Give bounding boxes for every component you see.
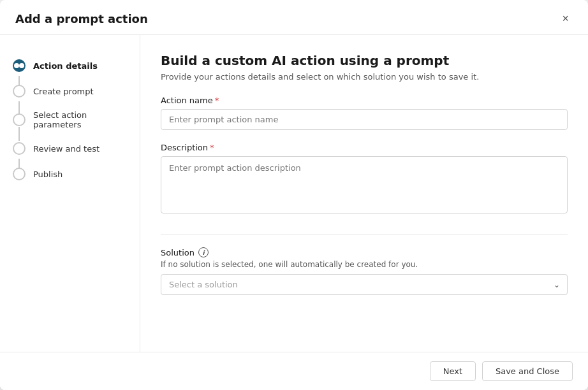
solution-select[interactable]: Select a solution [161,274,568,295]
dialog-footer: Next Save and Close [0,352,588,390]
steps-sidebar: Action details Create prompt Select acti… [0,35,140,352]
step-label-create-prompt: Create prompt [33,87,94,96]
next-button[interactable]: Next [430,361,476,381]
step-circle-5 [13,168,26,180]
solution-select-wrapper: Select a solution ⌄ [161,274,568,295]
step-circle-3 [13,113,26,126]
step-label-review-and-test: Review and test [33,144,99,154]
sidebar-item-review-and-test[interactable]: Review and test [0,136,140,161]
sidebar-item-create-prompt[interactable]: Create prompt [0,78,140,104]
step-label-publish: Publish [33,170,62,179]
step-label-action-details: Action details [33,61,98,71]
action-name-label: Action name * [161,96,568,105]
add-prompt-action-dialog: Add a prompt action × Action details Cre… [0,0,588,390]
step-circle-4 [13,142,26,155]
solution-field-group: Solution i If no solution is selected, o… [161,247,568,295]
description-field-group: Description * [161,143,568,216]
content-title: Build a custom AI action using a prompt [161,53,568,68]
step-circle-2 [13,85,26,98]
action-name-required-star: * [215,96,219,105]
main-content: Build a custom AI action using a prompt … [140,35,588,352]
step-circle-1 [13,59,26,72]
step-label-select-action-parameters: Select action parameters [33,110,127,129]
dialog-header: Add a prompt action × [0,0,588,35]
content-subtitle: Provide your actions details and select … [161,72,568,82]
sidebar-item-select-action-parameters[interactable]: Select action parameters [0,104,140,136]
action-name-input[interactable] [161,109,568,130]
solution-label-row: Solution i [161,247,568,257]
sidebar-item-publish[interactable]: Publish [0,161,140,187]
description-label: Description * [161,143,568,152]
sidebar-item-action-details[interactable]: Action details [0,53,140,78]
description-required-star: * [210,143,214,152]
action-name-field-group: Action name * [161,96,568,130]
save-and-close-button[interactable]: Save and Close [482,361,573,381]
solution-info-icon: i [198,247,209,257]
description-input[interactable] [161,156,568,213]
solution-hint: If no solution is selected, one will aut… [161,260,568,269]
close-button[interactable]: × [558,11,573,25]
dialog-title: Add a prompt action [15,12,148,25]
dialog-body: Action details Create prompt Select acti… [0,35,588,352]
section-divider [161,234,568,235]
solution-label: Solution [161,248,195,257]
